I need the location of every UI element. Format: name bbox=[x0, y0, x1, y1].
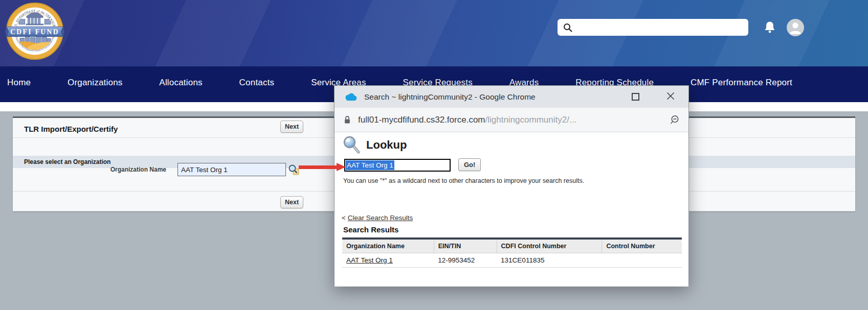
nav-item-allocations[interactable]: Allocations bbox=[159, 78, 202, 88]
seal-banner-text: CDFI FUND bbox=[10, 28, 59, 36]
url-path: /lightningcommunity2/... bbox=[485, 115, 577, 125]
organization-name-input[interactable] bbox=[177, 163, 286, 176]
result-cdfi-control-number: 131CE011835 bbox=[497, 253, 602, 268]
column-header-cdfi-control-number: CDFI Control Number bbox=[497, 239, 602, 253]
popup-urlbar[interactable]: full01-mycdfifund.cs32.force.com/lightni… bbox=[335, 108, 688, 132]
app-header: U.S. DEPARTMENT of the TREASURY Communit… bbox=[0, 0, 868, 66]
arrow-head bbox=[337, 163, 346, 171]
column-header-ein-tin: EIN/TIN bbox=[434, 239, 497, 253]
clear-search-results-link[interactable]: Clear Search Results bbox=[348, 214, 413, 222]
nav-item-contacts[interactable]: Contacts bbox=[239, 78, 275, 88]
organization-name-label: Organization Name bbox=[13, 163, 166, 176]
org-lookup-icon[interactable] bbox=[288, 164, 299, 175]
salesforce-cloud-icon bbox=[344, 92, 358, 102]
result-ein-tin: 12-9953452 bbox=[434, 253, 497, 268]
result-organization-link[interactable]: AAT Test Org 1 bbox=[346, 256, 393, 264]
nav-item-home[interactable]: Home bbox=[7, 78, 31, 88]
page-title: TLR Import/Export/Certify bbox=[24, 125, 118, 133]
notifications-bell-icon[interactable] bbox=[763, 21, 776, 35]
nav-item-cmf-performance-report[interactable]: CMF Performance Report bbox=[691, 78, 792, 88]
column-header-organization-name: Organization Name bbox=[342, 239, 434, 253]
next-button-bottom[interactable]: Next bbox=[280, 196, 303, 208]
page: U.S. DEPARTMENT of the TREASURY Communit… bbox=[0, 0, 868, 310]
nav-item-organizations[interactable]: Organizations bbox=[68, 78, 123, 88]
search-results-table: Organization Name EIN/TIN CDFI Control N… bbox=[342, 237, 682, 268]
search-icon bbox=[563, 22, 573, 33]
result-control-number bbox=[602, 253, 682, 268]
close-icon[interactable] bbox=[666, 91, 675, 103]
arrow-shaft bbox=[299, 165, 338, 169]
window-controls bbox=[605, 91, 675, 103]
next-button-top[interactable]: Next bbox=[280, 121, 303, 133]
go-button[interactable]: Go! bbox=[458, 158, 481, 171]
clear-search-row: < Clear Search Results bbox=[342, 214, 413, 222]
lookup-magnifier-icon bbox=[343, 135, 361, 155]
popup-titlebar[interactable]: Search ~ lightningCommunity2 - Google Ch… bbox=[335, 86, 688, 108]
lookup-content: Lookup AAT Test Org 1 Go! You can use "*… bbox=[335, 132, 688, 287]
url-domain: full01-mycdfifund.cs32.force.com bbox=[358, 115, 485, 125]
table-row: AAT Test Org 1 12-9953452 131CE011835 bbox=[342, 253, 682, 268]
person-icon bbox=[787, 19, 804, 36]
cdfi-fund-logo: U.S. DEPARTMENT of the TREASURY Communit… bbox=[5, 2, 64, 61]
lookup-search-input[interactable]: AAT Test Org 1 bbox=[344, 159, 451, 172]
address-url: full01-mycdfifund.cs32.force.com/lightni… bbox=[358, 115, 669, 125]
table-header-row: Organization Name EIN/TIN CDFI Control N… bbox=[342, 239, 682, 253]
zoom-out-icon[interactable] bbox=[669, 114, 680, 126]
lock-icon bbox=[343, 115, 352, 125]
popup-window-title: Search ~ lightningCommunity2 - Google Ch… bbox=[364, 92, 605, 102]
global-search[interactable] bbox=[558, 19, 748, 36]
column-header-control-number: Control Number bbox=[602, 239, 682, 253]
global-search-input[interactable] bbox=[577, 20, 743, 35]
clear-link-prefix: < bbox=[342, 214, 346, 222]
lookup-header: Lookup bbox=[343, 135, 407, 155]
annotation-arrow bbox=[299, 163, 347, 171]
selected-search-text: AAT Test Org 1 bbox=[346, 160, 394, 170]
wildcard-hint: You can use "*" as a wildcard next to ot… bbox=[343, 177, 584, 184]
user-avatar[interactable] bbox=[787, 19, 804, 36]
lookup-popup-window: Search ~ lightningCommunity2 - Google Ch… bbox=[334, 85, 689, 286]
search-results-heading: Search Results bbox=[343, 225, 398, 234]
lookup-heading: Lookup bbox=[366, 138, 407, 152]
maximize-icon[interactable] bbox=[632, 93, 639, 101]
